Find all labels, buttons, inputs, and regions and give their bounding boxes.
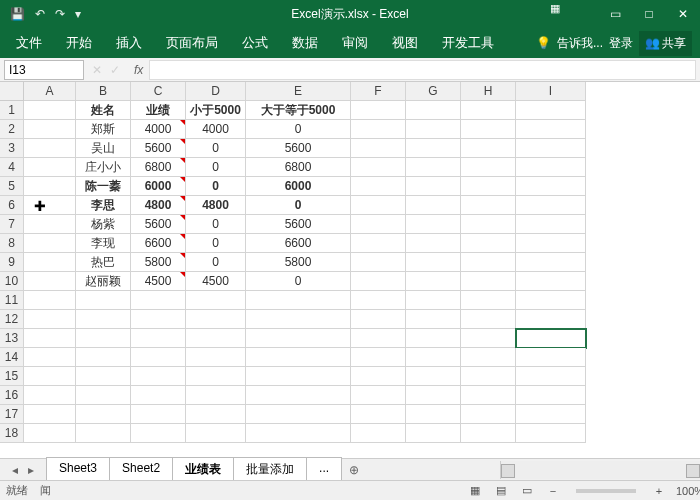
redo-icon[interactable]: ↷ xyxy=(55,7,65,21)
cell[interactable] xyxy=(131,310,186,329)
cell[interactable] xyxy=(24,101,76,120)
cell[interactable] xyxy=(351,348,406,367)
view-layout-icon[interactable]: ▤ xyxy=(492,484,510,497)
ribbon-display-icon[interactable]: ▦ xyxy=(550,2,560,15)
sheet-tab-active[interactable]: 业绩表 xyxy=(172,457,234,483)
cell[interactable] xyxy=(76,424,131,443)
cell[interactable] xyxy=(76,310,131,329)
cell[interactable] xyxy=(461,310,516,329)
cell[interactable] xyxy=(406,367,461,386)
cell[interactable] xyxy=(461,253,516,272)
cell[interactable] xyxy=(351,386,406,405)
cell[interactable]: 4800 xyxy=(131,196,186,215)
cell[interactable] xyxy=(406,310,461,329)
cell[interactable] xyxy=(516,424,586,443)
share-button[interactable]: 👥 共享 xyxy=(639,31,692,56)
cell[interactable] xyxy=(351,215,406,234)
col-header-I[interactable]: I xyxy=(516,82,586,101)
cell[interactable]: 5800 xyxy=(131,253,186,272)
cell[interactable] xyxy=(461,291,516,310)
cell[interactable]: 6600 xyxy=(246,234,351,253)
cell[interactable] xyxy=(186,348,246,367)
cell[interactable]: 6000 xyxy=(131,177,186,196)
cell[interactable] xyxy=(406,196,461,215)
row-header[interactable]: 4 xyxy=(0,158,24,177)
cell[interactable] xyxy=(351,253,406,272)
tab-home[interactable]: 开始 xyxy=(54,28,104,58)
cell[interactable] xyxy=(516,196,586,215)
cell[interactable]: 0 xyxy=(186,158,246,177)
cell[interactable] xyxy=(461,424,516,443)
cell[interactable] xyxy=(131,386,186,405)
cell[interactable]: 姓名 xyxy=(76,101,131,120)
cell[interactable] xyxy=(246,291,351,310)
cell[interactable] xyxy=(351,158,406,177)
cell[interactable] xyxy=(406,253,461,272)
login-button[interactable]: 登录 xyxy=(609,35,633,52)
cell[interactable] xyxy=(516,348,586,367)
cell[interactable]: 5600 xyxy=(246,139,351,158)
cell[interactable] xyxy=(351,101,406,120)
formula-commit-icon[interactable]: ✓ xyxy=(110,63,120,77)
row-header[interactable]: 8 xyxy=(0,234,24,253)
cell[interactable]: 5600 xyxy=(131,139,186,158)
row-header[interactable]: 7 xyxy=(0,215,24,234)
cell[interactable] xyxy=(406,215,461,234)
formula-cancel-icon[interactable]: ✕ xyxy=(92,63,102,77)
cell[interactable] xyxy=(131,291,186,310)
cell[interactable] xyxy=(461,215,516,234)
cell[interactable]: 0 xyxy=(246,272,351,291)
cell[interactable] xyxy=(406,120,461,139)
sheet-nav-prev[interactable]: ▸ xyxy=(24,463,38,477)
cell[interactable] xyxy=(516,120,586,139)
col-header-C[interactable]: C xyxy=(131,82,186,101)
cell[interactable] xyxy=(24,253,76,272)
cell[interactable]: 小于5000 xyxy=(186,101,246,120)
cell[interactable] xyxy=(76,348,131,367)
cell[interactable] xyxy=(186,310,246,329)
new-sheet-button[interactable]: ⊕ xyxy=(341,463,367,477)
cell[interactable] xyxy=(246,310,351,329)
cell[interactable] xyxy=(24,177,76,196)
cell[interactable] xyxy=(406,177,461,196)
tab-review[interactable]: 审阅 xyxy=(330,28,380,58)
cell[interactable] xyxy=(24,196,76,215)
cell[interactable]: 热巴 xyxy=(76,253,131,272)
cell[interactable] xyxy=(516,215,586,234)
cell[interactable] xyxy=(351,272,406,291)
cell[interactable] xyxy=(76,329,131,348)
cell[interactable] xyxy=(246,348,351,367)
cell[interactable]: 4500 xyxy=(131,272,186,291)
col-header-E[interactable]: E xyxy=(246,82,351,101)
cell[interactable] xyxy=(516,139,586,158)
tab-insert[interactable]: 插入 xyxy=(104,28,154,58)
row-header[interactable]: 12 xyxy=(0,310,24,329)
cell[interactable] xyxy=(461,177,516,196)
row-header[interactable]: 16 xyxy=(0,386,24,405)
row-header[interactable]: 18 xyxy=(0,424,24,443)
cell[interactable]: 0 xyxy=(246,196,351,215)
col-header-B[interactable]: B xyxy=(76,82,131,101)
cell[interactable]: 4000 xyxy=(186,120,246,139)
cell[interactable] xyxy=(351,177,406,196)
col-header-G[interactable]: G xyxy=(406,82,461,101)
row-header[interactable]: 13 xyxy=(0,329,24,348)
col-header-A[interactable]: A xyxy=(24,82,76,101)
zoom-slider[interactable] xyxy=(576,489,636,493)
cell[interactable]: 杨紫 xyxy=(76,215,131,234)
close-button[interactable] xyxy=(666,0,700,28)
cell[interactable] xyxy=(351,367,406,386)
cell[interactable] xyxy=(516,386,586,405)
cell[interactable] xyxy=(461,348,516,367)
tab-file[interactable]: 文件 xyxy=(4,28,54,58)
cell[interactable] xyxy=(461,405,516,424)
row-header[interactable]: 1 xyxy=(0,101,24,120)
select-all-corner[interactable] xyxy=(0,82,24,101)
cell[interactable]: 5800 xyxy=(246,253,351,272)
cell[interactable] xyxy=(76,367,131,386)
cell[interactable] xyxy=(516,310,586,329)
cell[interactable] xyxy=(516,101,586,120)
view-break-icon[interactable]: ▭ xyxy=(518,484,536,497)
cell[interactable]: 0 xyxy=(246,120,351,139)
cell[interactable] xyxy=(461,196,516,215)
